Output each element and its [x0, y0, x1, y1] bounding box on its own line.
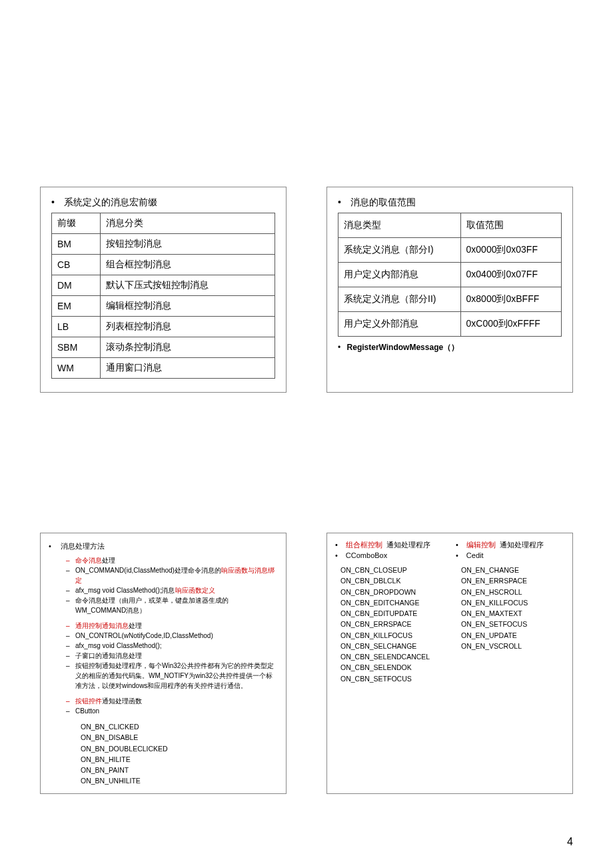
table-row: 系统定义消息（部分I)0x0000到0x03FF — [338, 238, 562, 263]
const: ON_BN_DISABLE — [81, 732, 278, 743]
table-row: EM编辑框控制消息 — [52, 296, 275, 317]
const: ON_CBN_SELENDCANCEL — [340, 651, 444, 662]
card-prefix-macros: 系统定义的消息宏前缀 前缀 消息分类 BM按钮控制消息 CB组合框控制消息 DM… — [40, 187, 287, 393]
table-row: SBM滚动条控制消息 — [52, 337, 275, 358]
card3-group-1: 通用控制通知消息处理 ON_CONTROL(wNotifyCode,ID,Cla… — [66, 621, 278, 691]
table-row: WM通用窗口消息 — [52, 358, 275, 379]
card1-table: 前缀 消息分类 BM按钮控制消息 CB组合框控制消息 DM默认下压式按钮控制消息… — [51, 213, 275, 379]
table-row: 用户定义外部消息0xC000到0xFFFF — [338, 312, 562, 337]
card-message-handling: 消息处理方法 命令消息处理 ON_COMMAND(id,ClassMethod)… — [40, 533, 287, 794]
const: ON_CBN_SELCHANGE — [340, 641, 444, 651]
list-item: 命令消息处理（由用户，或菜单，键盘加速器生成的WM_COMMAND消息） — [66, 595, 278, 615]
const: ON_CBN_EDITCHANGE — [340, 597, 444, 608]
const: ON_EN_SETFOCUS — [461, 619, 564, 629]
const: ON_EN_CHANGE — [461, 565, 564, 575]
const: ON_CBN_DROPDOWN — [340, 587, 444, 597]
group-head: 按钮控件通知处理函数 — [66, 696, 278, 706]
table-row: 系统定义消息（部分II)0x8000到0xBFFF — [338, 287, 562, 312]
const: ON_CBN_KILLFOCUS — [340, 630, 444, 641]
table-row: BM按钮控制消息 — [52, 234, 275, 255]
card3-constants: ON_BN_CLICKED ON_BN_DISABLE ON_BN_DOUBLE… — [81, 721, 278, 787]
card2-table: 消息类型 取值范围 系统定义消息（部分I)0x0000到0x03FF 用户定义内… — [338, 213, 562, 337]
const: ON_BN_CLICKED — [81, 721, 278, 732]
card2-footnote-text: RegisterWindowMessage（） — [347, 343, 460, 352]
colA-sub: CComboBox — [335, 551, 444, 559]
group-head: 通用控制通知消息处理 — [66, 621, 278, 631]
list-item: ON_COMMAND(id,ClassMethod)处理命令消息的响应函数与消息… — [66, 565, 278, 585]
list-item: afx_msg void ClassMethod(); — [66, 641, 278, 651]
const: ON_EN_KILLFOCUS — [461, 597, 564, 608]
col-combobox: 组合框控制通知处理程序 CComboBox ON_CBN_CLOSEUP ON_… — [335, 540, 444, 684]
list-item: ON_CONTROL(wNotifyCode,ID,ClassMethod) — [66, 631, 278, 641]
card2-title: 消息的取值范围 — [338, 197, 562, 209]
th-type: 消息类型 — [338, 213, 461, 238]
th-prefix: 前缀 — [52, 213, 101, 234]
card2-title-text: 消息的取值范围 — [350, 197, 416, 209]
card-notify-handlers: 组合框控制通知处理程序 CComboBox ON_CBN_CLOSEUP ON_… — [326, 533, 573, 794]
colB-head: 编辑控制通知处理程序 — [456, 540, 564, 550]
colA-head: 组合框控制通知处理程序 — [335, 540, 444, 550]
table-row: DM默认下压式按钮控制消息 — [52, 275, 275, 296]
table-row: LB列表框控制消息 — [52, 317, 275, 337]
const: ON_BN_PAINT — [81, 765, 278, 775]
card3-group-0: 命令消息处理 ON_COMMAND(id,ClassMethod)处理命令消息的… — [66, 555, 278, 615]
th-range: 取值范围 — [460, 213, 561, 238]
table-row: CB组合框控制消息 — [52, 255, 275, 275]
col-edit: 编辑控制通知处理程序 Cedit ON_EN_CHANGE ON_EN_ERRS… — [456, 540, 564, 684]
const: ON_CBN_SETFOCUS — [340, 673, 444, 684]
const: ON_CBN_DBLCLK — [340, 575, 444, 586]
const: ON_BN_HILITE — [81, 754, 278, 765]
const: ON_EN_ERRSPACE — [461, 575, 564, 586]
group-head: 命令消息处理 — [66, 555, 278, 565]
card3-title: 消息处理方法 — [49, 541, 278, 551]
const: ON_CBN_SELENDOK — [340, 662, 444, 673]
const: ON_EN_HSCROLL — [461, 587, 564, 597]
const: ON_CBN_ERRSPACE — [340, 619, 444, 629]
card3-group-2: 按钮控件通知处理函数 CButton — [66, 696, 278, 716]
colB-constants: ON_EN_CHANGE ON_EN_ERRSPACE ON_EN_HSCROL… — [461, 565, 564, 651]
list-item: CButton — [66, 706, 278, 716]
const: ON_EN_VSCROLL — [461, 641, 564, 651]
list-item: 按钮控制通知处理程序，每个Win32公共控件都有为它的控件类型定义的相应的通知代… — [66, 661, 278, 691]
list-item: afx_msg void ClassMethod();消息响应函数定义 — [66, 585, 278, 595]
table-row: 用户定义内部消息0x0400到0x07FF — [338, 263, 562, 287]
table-header-row: 前缀 消息分类 — [52, 213, 275, 234]
const: ON_CBN_CLOSEUP — [340, 565, 444, 575]
const: ON_BN_UNHILITE — [81, 775, 278, 786]
page-number: 4 — [567, 836, 573, 848]
const: ON_BN_DOUBLECLICKED — [81, 743, 278, 754]
list-item: 子窗口的通知消息处理 — [66, 651, 278, 661]
th-category: 消息分类 — [100, 213, 275, 234]
card-value-range: 消息的取值范围 消息类型 取值范围 系统定义消息（部分I)0x0000到0x03… — [326, 187, 573, 393]
colB-sub: Cedit — [456, 551, 564, 559]
const: ON_EN_UPDATE — [461, 630, 564, 641]
colA-constants: ON_CBN_CLOSEUP ON_CBN_DBLCLK ON_CBN_DROP… — [340, 565, 444, 684]
card1-title-text: 系统定义的消息宏前缀 — [64, 197, 157, 209]
const: ON_CBN_EDITUPDATE — [340, 608, 444, 619]
card1-title: 系统定义的消息宏前缀 — [51, 197, 275, 209]
const: ON_EN_MAXTEXT — [461, 608, 564, 619]
card3-title-text: 消息处理方法 — [61, 541, 105, 551]
card2-footnote: RegisterWindowMessage（） — [338, 342, 562, 353]
table-header-row: 消息类型 取值范围 — [338, 213, 562, 238]
